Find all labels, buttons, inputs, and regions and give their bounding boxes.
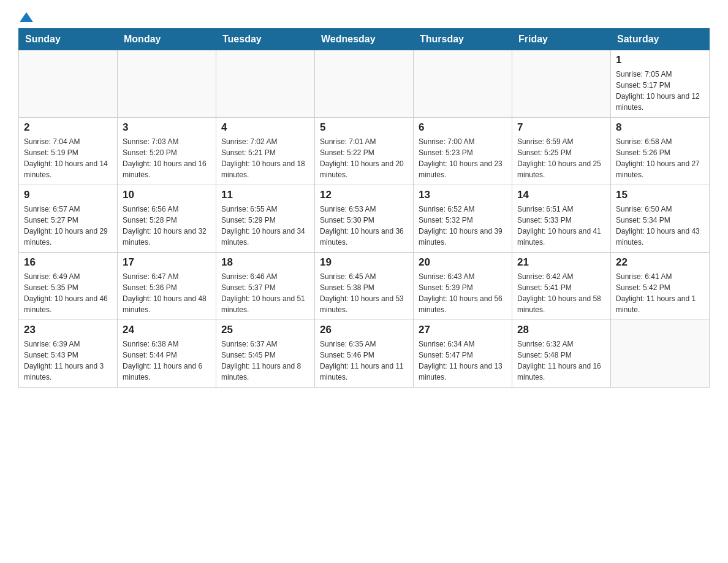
day-info: Sunrise: 6:51 AMSunset: 5:33 PMDaylight:… <box>517 204 605 248</box>
day-info: Sunrise: 6:47 AMSunset: 5:36 PMDaylight:… <box>123 271 211 315</box>
day-number: 18 <box>221 256 309 269</box>
header-day-tuesday: Tuesday <box>216 29 315 50</box>
day-number: 14 <box>517 189 605 201</box>
day-number: 2 <box>24 121 112 134</box>
calendar-cell: 27Sunrise: 6:34 AMSunset: 5:47 PMDayligh… <box>414 320 512 388</box>
day-number: 13 <box>419 189 507 201</box>
calendar-cell: 21Sunrise: 6:42 AMSunset: 5:41 PMDayligh… <box>512 253 611 320</box>
svg-marker-0 <box>20 12 33 22</box>
calendar-cell <box>512 50 611 118</box>
calendar-cell: 1Sunrise: 7:05 AMSunset: 5:17 PMDaylight… <box>611 50 710 118</box>
calendar-week-4: 16Sunrise: 6:49 AMSunset: 5:35 PMDayligh… <box>19 253 710 320</box>
day-info: Sunrise: 6:59 AMSunset: 5:25 PMDaylight:… <box>517 136 605 180</box>
calendar-cell: 16Sunrise: 6:49 AMSunset: 5:35 PMDayligh… <box>19 253 118 320</box>
day-number: 5 <box>320 121 408 134</box>
day-number: 8 <box>616 121 704 134</box>
calendar-cell: 15Sunrise: 6:50 AMSunset: 5:34 PMDayligh… <box>611 185 710 253</box>
calendar-cell: 8Sunrise: 6:58 AMSunset: 5:26 PMDaylight… <box>611 118 710 185</box>
calendar-cell: 25Sunrise: 6:37 AMSunset: 5:45 PMDayligh… <box>216 320 315 388</box>
calendar-cell: 11Sunrise: 6:55 AMSunset: 5:29 PMDayligh… <box>216 185 315 253</box>
calendar-cell: 7Sunrise: 6:59 AMSunset: 5:25 PMDaylight… <box>512 118 611 185</box>
calendar-cell: 23Sunrise: 6:39 AMSunset: 5:43 PMDayligh… <box>19 320 118 388</box>
day-number: 26 <box>320 324 408 336</box>
calendar-cell: 2Sunrise: 7:04 AMSunset: 5:19 PMDaylight… <box>19 118 118 185</box>
calendar-cell: 22Sunrise: 6:41 AMSunset: 5:42 PMDayligh… <box>611 253 710 320</box>
calendar-cell: 24Sunrise: 6:38 AMSunset: 5:44 PMDayligh… <box>118 320 216 388</box>
day-number: 20 <box>419 256 507 269</box>
header-day-monday: Monday <box>118 29 216 50</box>
calendar-week-5: 23Sunrise: 6:39 AMSunset: 5:43 PMDayligh… <box>19 320 710 388</box>
day-info: Sunrise: 7:05 AMSunset: 5:17 PMDaylight:… <box>616 69 704 113</box>
day-number: 27 <box>419 324 507 336</box>
day-info: Sunrise: 6:37 AMSunset: 5:45 PMDaylight:… <box>221 339 309 383</box>
day-info: Sunrise: 6:42 AMSunset: 5:41 PMDaylight:… <box>517 271 605 315</box>
day-info: Sunrise: 7:03 AMSunset: 5:20 PMDaylight:… <box>123 136 211 180</box>
day-info: Sunrise: 6:46 AMSunset: 5:37 PMDaylight:… <box>221 271 309 315</box>
calendar-header: SundayMondayTuesdayWednesdayThursdayFrid… <box>19 29 710 50</box>
day-info: Sunrise: 6:56 AMSunset: 5:28 PMDaylight:… <box>123 204 211 248</box>
day-number: 19 <box>320 256 408 269</box>
calendar-cell <box>118 50 216 118</box>
calendar-cell: 5Sunrise: 7:01 AMSunset: 5:22 PMDaylight… <box>315 118 414 185</box>
calendar-cell: 14Sunrise: 6:51 AMSunset: 5:33 PMDayligh… <box>512 185 611 253</box>
calendar-cell <box>611 320 710 388</box>
header-day-saturday: Saturday <box>611 29 710 50</box>
day-number: 10 <box>123 189 211 201</box>
calendar-cell: 12Sunrise: 6:53 AMSunset: 5:30 PMDayligh… <box>315 185 414 253</box>
day-number: 24 <box>123 324 211 336</box>
calendar-cell: 4Sunrise: 7:02 AMSunset: 5:21 PMDaylight… <box>216 118 315 185</box>
day-info: Sunrise: 7:00 AMSunset: 5:23 PMDaylight:… <box>419 136 507 180</box>
header-day-wednesday: Wednesday <box>315 29 414 50</box>
day-info: Sunrise: 6:52 AMSunset: 5:32 PMDaylight:… <box>419 204 507 248</box>
day-info: Sunrise: 6:41 AMSunset: 5:42 PMDaylight:… <box>616 271 704 315</box>
header-day-sunday: Sunday <box>19 29 118 50</box>
day-number: 17 <box>123 256 211 269</box>
calendar-cell: 17Sunrise: 6:47 AMSunset: 5:36 PMDayligh… <box>118 253 216 320</box>
day-info: Sunrise: 6:58 AMSunset: 5:26 PMDaylight:… <box>616 136 704 180</box>
day-number: 1 <box>616 54 704 66</box>
day-info: Sunrise: 6:53 AMSunset: 5:30 PMDaylight:… <box>320 204 408 248</box>
day-info: Sunrise: 6:38 AMSunset: 5:44 PMDaylight:… <box>123 339 211 383</box>
day-info: Sunrise: 6:57 AMSunset: 5:27 PMDaylight:… <box>24 204 112 248</box>
calendar-cell: 3Sunrise: 7:03 AMSunset: 5:20 PMDaylight… <box>118 118 216 185</box>
day-number: 7 <box>517 121 605 134</box>
calendar-body: 1Sunrise: 7:05 AMSunset: 5:17 PMDaylight… <box>19 50 710 388</box>
calendar-week-1: 1Sunrise: 7:05 AMSunset: 5:17 PMDaylight… <box>19 50 710 118</box>
header-day-friday: Friday <box>512 29 611 50</box>
calendar-cell <box>19 50 118 118</box>
day-number: 9 <box>24 189 112 201</box>
calendar-cell: 18Sunrise: 6:46 AMSunset: 5:37 PMDayligh… <box>216 253 315 320</box>
calendar-cell: 20Sunrise: 6:43 AMSunset: 5:39 PMDayligh… <box>414 253 512 320</box>
day-info: Sunrise: 6:49 AMSunset: 5:35 PMDaylight:… <box>24 271 112 315</box>
calendar-cell: 13Sunrise: 6:52 AMSunset: 5:32 PMDayligh… <box>414 185 512 253</box>
day-number: 6 <box>419 121 507 134</box>
day-info: Sunrise: 6:45 AMSunset: 5:38 PMDaylight:… <box>320 271 408 315</box>
header-day-thursday: Thursday <box>414 29 512 50</box>
day-number: 11 <box>221 189 309 201</box>
day-number: 15 <box>616 189 704 201</box>
day-info: Sunrise: 6:32 AMSunset: 5:48 PMDaylight:… <box>517 339 605 383</box>
day-info: Sunrise: 7:01 AMSunset: 5:22 PMDaylight:… <box>320 136 408 180</box>
day-number: 3 <box>123 121 211 134</box>
day-number: 21 <box>517 256 605 269</box>
logo <box>18 12 33 22</box>
logo-triangle-icon <box>20 11 33 25</box>
calendar-week-3: 9Sunrise: 6:57 AMSunset: 5:27 PMDaylight… <box>19 185 710 253</box>
calendar-cell: 19Sunrise: 6:45 AMSunset: 5:38 PMDayligh… <box>315 253 414 320</box>
calendar-cell: 26Sunrise: 6:35 AMSunset: 5:46 PMDayligh… <box>315 320 414 388</box>
calendar-cell: 10Sunrise: 6:56 AMSunset: 5:28 PMDayligh… <box>118 185 216 253</box>
day-number: 12 <box>320 189 408 201</box>
day-number: 25 <box>221 324 309 336</box>
calendar-cell: 9Sunrise: 6:57 AMSunset: 5:27 PMDaylight… <box>19 185 118 253</box>
day-number: 22 <box>616 256 704 269</box>
calendar-cell <box>216 50 315 118</box>
calendar-week-2: 2Sunrise: 7:04 AMSunset: 5:19 PMDaylight… <box>19 118 710 185</box>
day-number: 16 <box>24 256 112 269</box>
day-info: Sunrise: 7:02 AMSunset: 5:21 PMDaylight:… <box>221 136 309 180</box>
day-number: 28 <box>517 324 605 336</box>
calendar-cell <box>315 50 414 118</box>
calendar-table: SundayMondayTuesdayWednesdayThursdayFrid… <box>18 28 710 388</box>
header-row: SundayMondayTuesdayWednesdayThursdayFrid… <box>19 29 710 50</box>
day-info: Sunrise: 6:55 AMSunset: 5:29 PMDaylight:… <box>221 204 309 248</box>
day-number: 4 <box>221 121 309 134</box>
